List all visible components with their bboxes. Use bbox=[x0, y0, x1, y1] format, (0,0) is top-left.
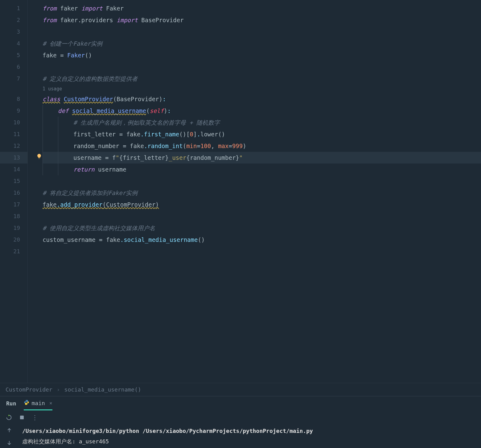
method-call: social_media_username bbox=[124, 236, 198, 243]
comment: # 创建一个Faker实例 bbox=[43, 40, 102, 47]
code-line-8[interactable]: class CustomProvider(BaseProvider): bbox=[43, 93, 481, 105]
close-icon[interactable]: × bbox=[49, 400, 52, 406]
code-line-6[interactable] bbox=[43, 61, 481, 73]
fstring-prefix: f bbox=[112, 154, 116, 161]
more-icon[interactable]: ⋮ bbox=[31, 414, 38, 421]
line-number[interactable]: 7 bbox=[0, 73, 27, 85]
class-name: Faker bbox=[67, 52, 85, 59]
module-name: faker bbox=[60, 5, 78, 12]
code-area[interactable]: from faker import Faker from faker.provi… bbox=[28, 0, 481, 383]
run-panel-label[interactable]: Run bbox=[6, 400, 16, 410]
editor-area: 1 2 3 4 5 6 7 8 9 10 11 12 13 14 15 16 1… bbox=[0, 0, 481, 383]
code-line-4[interactable]: # 创建一个Faker实例 bbox=[43, 38, 481, 49]
line-number[interactable]: 19 bbox=[0, 222, 27, 234]
code-line-21[interactable] bbox=[43, 246, 481, 257]
comment: # 生成用户名规则，例如取英文名的首字母 + 随机数字 bbox=[73, 119, 220, 126]
line-number[interactable]: 10 bbox=[0, 117, 27, 128]
code-line-7[interactable]: # 定义自定义的虚构数据类型提供者 bbox=[43, 73, 481, 85]
keyword-import: import bbox=[117, 17, 138, 23]
run-tab-label: main bbox=[32, 400, 45, 406]
class-ref: CustomProvider bbox=[106, 201, 155, 208]
function-name: social_media_username bbox=[72, 107, 146, 114]
run-tab-main[interactable]: main × bbox=[24, 400, 52, 410]
code-line-9[interactable]: def social_media_username(self): bbox=[43, 105, 481, 117]
line-number[interactable]: 21 bbox=[0, 246, 27, 257]
code-line-11[interactable]: first_letter = fake.first_name()[0].lowe… bbox=[43, 128, 481, 140]
module-name: faker.providers bbox=[60, 17, 113, 23]
line-number[interactable]: 11 bbox=[0, 128, 27, 140]
line-number[interactable]: 8 bbox=[0, 93, 27, 105]
method-call: lower bbox=[200, 131, 218, 138]
method-call: add_provider bbox=[60, 201, 102, 208]
code-line-17[interactable]: fake.add_provider(CustomProvider) bbox=[43, 199, 481, 210]
code-line-2[interactable]: from faker.providers import BaseProvider bbox=[43, 14, 481, 26]
line-number[interactable]: 15 bbox=[0, 175, 27, 187]
line-number[interactable]: 18 bbox=[0, 210, 27, 222]
method-call: first_name bbox=[144, 131, 179, 138]
usage-hint[interactable]: 1 usage bbox=[43, 85, 481, 93]
code-line-14[interactable]: return username bbox=[43, 164, 481, 175]
line-number[interactable]: 17 bbox=[0, 199, 27, 210]
line-number[interactable]: 20 bbox=[0, 234, 27, 246]
self-param: self bbox=[150, 107, 164, 114]
method-call: random_int bbox=[147, 143, 183, 149]
line-number[interactable]: 5 bbox=[0, 49, 27, 61]
keyword-from: from bbox=[43, 5, 57, 12]
code-line-3[interactable] bbox=[43, 26, 481, 38]
breadcrumb-class[interactable]: CustomProvider bbox=[6, 386, 52, 393]
line-number[interactable]: 16 bbox=[0, 187, 27, 199]
keyword-from: from bbox=[43, 17, 57, 23]
breadcrumb-method[interactable]: social_media_username() bbox=[64, 386, 141, 393]
code-line-12[interactable]: random_number = fake.random_int(min=100,… bbox=[43, 140, 481, 152]
variable: fake bbox=[43, 201, 57, 208]
arrow-down-icon[interactable] bbox=[6, 440, 12, 447]
string-quote: " bbox=[116, 154, 119, 161]
line-number[interactable]: 2 bbox=[0, 14, 27, 26]
code-line-1[interactable]: from faker import Faker bbox=[43, 2, 481, 14]
fstring-var: first_letter bbox=[123, 154, 165, 161]
arrow-up-icon[interactable] bbox=[6, 427, 12, 434]
line-number[interactable]: 6 bbox=[0, 61, 27, 73]
stop-icon[interactable] bbox=[18, 414, 25, 421]
class-name: CustomProvider bbox=[64, 96, 113, 102]
code-line-13[interactable]: username = f"{first_letter}_user{random_… bbox=[43, 152, 481, 164]
line-number[interactable]: 1 bbox=[0, 2, 27, 14]
string-text: _user bbox=[169, 154, 186, 161]
line-number[interactable]: 14 bbox=[0, 164, 27, 175]
variable: fake bbox=[126, 131, 141, 138]
parens: () bbox=[85, 52, 92, 59]
keyword-def: def bbox=[58, 107, 68, 114]
class-name: Faker bbox=[106, 5, 124, 12]
code-line-20[interactable]: custom_username = fake.social_media_user… bbox=[43, 234, 481, 246]
code-line-10[interactable]: # 生成用户名规则，例如取英文名的首字母 + 随机数字 bbox=[43, 117, 481, 128]
comment: # 使用自定义类型生成虚构社交媒体用户名 bbox=[43, 225, 155, 231]
usage-hint-gutter bbox=[0, 85, 27, 93]
code-line-18[interactable] bbox=[43, 210, 481, 222]
variable: first_letter bbox=[73, 131, 116, 138]
line-number[interactable]: 4 bbox=[0, 38, 27, 49]
fstring-brace: } bbox=[236, 154, 239, 161]
base-class: BaseProvider bbox=[117, 96, 159, 102]
line-number[interactable]: 9 bbox=[0, 105, 27, 117]
code-line-16[interactable]: # 将自定义提供者添加到Faker实例 bbox=[43, 187, 481, 199]
svg-rect-0 bbox=[20, 416, 24, 419]
variable: custom_username bbox=[43, 236, 96, 243]
line-number[interactable]: 3 bbox=[0, 26, 27, 38]
fstring-brace: { bbox=[186, 154, 190, 161]
rerun-icon[interactable] bbox=[6, 414, 12, 421]
console-output-line: 虚构社交媒体用户名: a_user465 bbox=[22, 436, 313, 447]
keyword-import: import bbox=[81, 5, 103, 12]
code-line-19[interactable]: # 使用自定义类型生成虚构社交媒体用户名 bbox=[43, 222, 481, 234]
param-name: max bbox=[218, 143, 228, 149]
class-name: BaseProvider bbox=[141, 17, 183, 23]
line-number-text: 13 bbox=[13, 154, 20, 161]
line-number[interactable]: 12 bbox=[0, 140, 27, 152]
variable: random_number bbox=[73, 143, 119, 149]
code-line-5[interactable]: fake = Faker() bbox=[43, 49, 481, 61]
breadcrumb[interactable]: CustomProvider › social_media_username() bbox=[0, 383, 481, 396]
run-side-toolbar bbox=[0, 425, 18, 448]
console-output[interactable]: /Users/xiaobo/miniforge3/bin/python /Use… bbox=[18, 425, 322, 448]
comment: # 定义自定义的虚构数据类型提供者 bbox=[43, 75, 138, 82]
code-line-15[interactable] bbox=[43, 175, 481, 187]
line-number[interactable]: 13 bbox=[0, 152, 27, 164]
